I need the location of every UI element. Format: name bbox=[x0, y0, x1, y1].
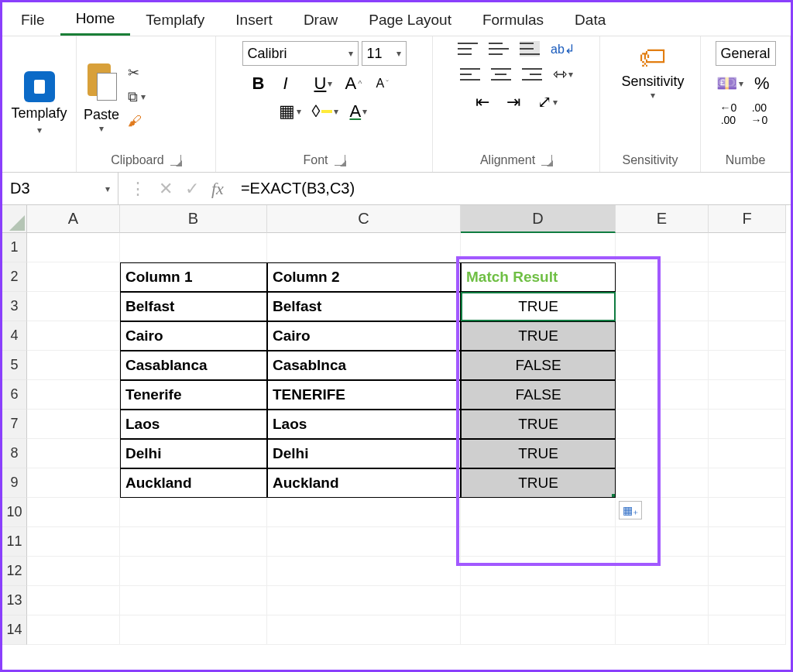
underline-button[interactable]: U▾ bbox=[314, 74, 335, 94]
dialog-launcher-icon[interactable] bbox=[541, 155, 552, 166]
row-header[interactable]: 7 bbox=[2, 410, 27, 439]
tab-formulas[interactable]: Formulas bbox=[467, 4, 559, 35]
cell[interactable]: Casablanca bbox=[120, 351, 267, 380]
row-header[interactable]: 8 bbox=[2, 439, 27, 468]
cell[interactable]: Delhi bbox=[120, 439, 267, 468]
column-header[interactable]: C bbox=[267, 205, 461, 233]
row-header[interactable]: 4 bbox=[2, 321, 27, 351]
dialog-launcher-icon[interactable] bbox=[335, 155, 345, 166]
font-name-select[interactable]: Calibri ▾ bbox=[242, 41, 359, 66]
increase-decimal-button[interactable]: ←0.00 bbox=[720, 101, 740, 126]
column-header[interactable]: A bbox=[27, 205, 120, 233]
italic-button[interactable]: I bbox=[283, 74, 304, 94]
select-all-corner[interactable] bbox=[2, 205, 27, 233]
cell[interactable]: Laos bbox=[267, 410, 461, 439]
borders-button[interactable]: ▦▾ bbox=[279, 101, 301, 122]
cell[interactable]: Tenerife bbox=[120, 380, 267, 410]
column-header[interactable]: D bbox=[461, 205, 616, 233]
row-header[interactable]: 10 bbox=[2, 498, 27, 527]
tab-page-layout[interactable]: Page Layout bbox=[353, 4, 467, 35]
font-color-button[interactable]: A▾ bbox=[349, 101, 369, 122]
chevron-down-icon: ▾ bbox=[651, 90, 655, 101]
dialog-launcher-icon[interactable] bbox=[170, 155, 181, 166]
align-left-button[interactable] bbox=[460, 67, 480, 82]
tab-file[interactable]: File bbox=[5, 4, 60, 35]
name-box[interactable]: D3 ▾ bbox=[2, 173, 118, 204]
decrease-font-button[interactable]: Aˇ bbox=[376, 77, 396, 91]
tab-data[interactable]: Data bbox=[559, 4, 621, 35]
format-painter-button[interactable]: 🖌 bbox=[128, 113, 142, 129]
increase-font-button[interactable]: A^ bbox=[345, 74, 366, 94]
row-header[interactable]: 14 bbox=[2, 615, 27, 645]
cell[interactable]: Auckland bbox=[267, 468, 461, 498]
row-header[interactable]: 11 bbox=[2, 527, 27, 557]
decrease-decimal-button[interactable]: .00→0 bbox=[751, 101, 771, 126]
decrease-indent-button[interactable]: ⇤ bbox=[475, 92, 496, 112]
row-header[interactable]: 5 bbox=[2, 351, 27, 380]
table-header[interactable]: Column 2 bbox=[267, 262, 461, 292]
sensitivity-button[interactable]: Sensitivity bbox=[621, 74, 684, 90]
formula-input[interactable]: =EXACT(B3,C3) bbox=[235, 173, 791, 204]
table-header[interactable]: Match Result bbox=[461, 262, 616, 292]
active-cell[interactable]: TRUE bbox=[461, 292, 616, 321]
cut-button[interactable]: ✂ bbox=[128, 64, 139, 81]
cells-area[interactable]: Column 1 Column 2 Match Result Belfast B… bbox=[27, 233, 791, 670]
column-header[interactable]: E bbox=[616, 205, 709, 233]
font-size-select[interactable]: 11 ▾ bbox=[362, 41, 407, 66]
bucket-icon: ◊ bbox=[312, 101, 321, 122]
cell[interactable]: TRUE bbox=[461, 439, 616, 468]
cell[interactable]: TRUE bbox=[461, 321, 616, 351]
tab-home[interactable]: Home bbox=[60, 2, 131, 36]
row-header[interactable]: 3 bbox=[2, 292, 27, 321]
table-header[interactable]: Column 1 bbox=[120, 262, 267, 292]
column-header[interactable]: F bbox=[709, 205, 786, 233]
row-header[interactable]: 13 bbox=[2, 586, 27, 615]
cell[interactable]: Laos bbox=[120, 410, 267, 439]
row-header[interactable]: 2 bbox=[2, 262, 27, 292]
align-top-button[interactable] bbox=[458, 41, 478, 57]
cell[interactable]: Cairo bbox=[120, 321, 267, 351]
cell[interactable]: FALSE bbox=[461, 380, 616, 410]
cell[interactable]: FALSE bbox=[461, 351, 616, 380]
copy-button[interactable]: ⧉▾ bbox=[128, 89, 146, 105]
number-format-select[interactable]: General bbox=[716, 41, 776, 66]
templafy-button[interactable]: Templafy ▾ bbox=[9, 71, 70, 135]
cell[interactable]: Belfast bbox=[120, 292, 267, 321]
cell[interactable]: Delhi bbox=[267, 439, 461, 468]
column-header[interactable]: B bbox=[120, 205, 267, 233]
percent-format-button[interactable]: % bbox=[754, 74, 774, 94]
row-header[interactable]: 9 bbox=[2, 468, 27, 498]
cell[interactable]: Auckland bbox=[120, 468, 267, 498]
autofill-options-button[interactable]: ▦₊ bbox=[619, 501, 642, 519]
enter-formula-button[interactable]: ✓ bbox=[185, 179, 199, 199]
align-middle-button[interactable] bbox=[489, 41, 509, 57]
orientation-button[interactable]: ⤢▾ bbox=[537, 92, 558, 112]
brush-icon: 🖌 bbox=[128, 113, 142, 129]
accounting-format-button[interactable]: 💷▾ bbox=[716, 74, 743, 94]
cell[interactable]: Casablnca bbox=[267, 351, 461, 380]
cell[interactable]: TRUE bbox=[461, 410, 616, 439]
paste-button[interactable]: Paste ▾ bbox=[83, 59, 120, 134]
fx-button[interactable]: fx bbox=[211, 179, 224, 199]
cell[interactable]: TRUE bbox=[461, 468, 616, 498]
increase-indent-button[interactable]: ⇥ bbox=[506, 92, 527, 112]
cell[interactable]: Cairo bbox=[267, 321, 461, 351]
row-header[interactable]: 12 bbox=[2, 557, 27, 586]
row-header[interactable]: 6 bbox=[2, 380, 27, 410]
tab-insert[interactable]: Insert bbox=[220, 4, 288, 35]
formula-bar: D3 ▾ ⋮ ✕ ✓ fx =EXACT(B3,C3) bbox=[2, 173, 791, 205]
row-header[interactable]: 1 bbox=[2, 233, 27, 262]
cell[interactable]: Belfast bbox=[267, 292, 461, 321]
tab-templafy[interactable]: Templafy bbox=[130, 4, 220, 35]
tab-draw[interactable]: Draw bbox=[288, 4, 353, 35]
ribbon-tabs: File Home Templafy Insert Draw Page Layo… bbox=[2, 2, 791, 36]
cell[interactable]: TENERIFE bbox=[267, 380, 461, 410]
align-right-button[interactable] bbox=[522, 67, 542, 82]
bold-button[interactable]: B bbox=[252, 74, 273, 94]
cancel-formula-button[interactable]: ✕ bbox=[159, 179, 173, 199]
align-center-button[interactable] bbox=[491, 67, 511, 82]
wrap-text-button[interactable]: ab↲ bbox=[551, 42, 575, 57]
fill-color-button[interactable]: ◊▾ bbox=[312, 101, 339, 122]
align-bottom-button[interactable] bbox=[520, 41, 540, 57]
merge-center-button[interactable]: ⇿▾ bbox=[553, 64, 573, 84]
